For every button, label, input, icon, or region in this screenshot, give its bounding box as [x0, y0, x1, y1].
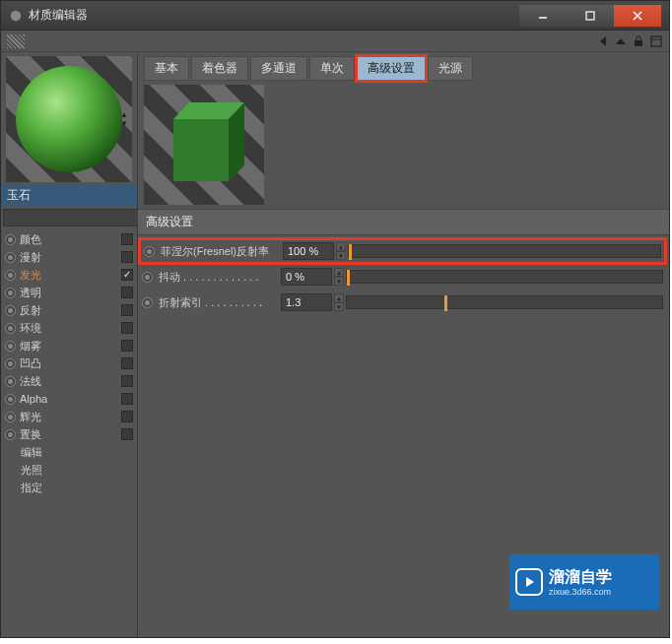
- channel-row[interactable]: 凹凸: [3, 354, 135, 372]
- prop-ior-spinner[interactable]: ▲▼: [334, 293, 344, 311]
- close-button[interactable]: [614, 5, 661, 27]
- material-preview-cube[interactable]: [144, 85, 264, 205]
- prop-jitter-value[interactable]: 0 %: [281, 268, 332, 286]
- channel-anim-dot[interactable]: [5, 234, 16, 245]
- svg-rect-7: [635, 40, 642, 46]
- subchannel-label: 光照: [21, 463, 135, 478]
- prop-anim-dot[interactable]: [142, 297, 153, 308]
- tab-单次[interactable]: 单次: [309, 56, 355, 81]
- prop-jitter-spinner[interactable]: ▲▼: [334, 268, 344, 286]
- svg-marker-16: [526, 577, 534, 587]
- preview-nav-arrows[interactable]: ▲▼: [120, 110, 130, 128]
- channel-anim-dot[interactable]: [5, 376, 16, 387]
- channel-checkbox[interactable]: [121, 393, 133, 405]
- svg-marker-6: [616, 38, 626, 44]
- left-panel: ▲▼ 玉石 ▶ 颜色漫射发光✓透明反射环境烟雾凹凸法线Alpha辉光置换 编辑光…: [1, 52, 138, 637]
- channel-anim-dot[interactable]: [5, 429, 16, 440]
- channel-checkbox[interactable]: [121, 357, 133, 369]
- prop-ior-slider[interactable]: [346, 295, 663, 309]
- channel-label: 漫射: [20, 250, 117, 265]
- channel-label: 颜色: [20, 232, 117, 247]
- tab-bar: 基本着色器多通道单次高级设置光源: [138, 52, 669, 81]
- tab-着色器[interactable]: 着色器: [191, 56, 248, 81]
- channel-label: 法线: [20, 374, 117, 389]
- channel-checkbox[interactable]: [121, 233, 133, 245]
- tab-基本[interactable]: 基本: [144, 56, 189, 81]
- channel-anim-dot[interactable]: [5, 305, 16, 316]
- subchannel-label: 编辑: [21, 445, 135, 460]
- svg-rect-8: [651, 36, 661, 46]
- watermark: 溜溜自学 zixue.3d66.com: [509, 554, 659, 610]
- channel-label: Alpha: [20, 393, 117, 405]
- subchannel-row[interactable]: 光照: [19, 461, 137, 479]
- prop-fresnel-value[interactable]: 100 %: [283, 242, 334, 260]
- channel-sublist: 编辑光照指定: [1, 443, 137, 496]
- prop-ior-value[interactable]: 1.3: [281, 293, 332, 311]
- prop-anim-dot[interactable]: [142, 272, 153, 283]
- channel-label: 置换: [20, 427, 117, 442]
- nav-left-icon[interactable]: [596, 34, 610, 48]
- watermark-brand: 溜溜自学: [549, 567, 612, 586]
- section-title: 高级设置: [138, 209, 669, 235]
- channel-checkbox[interactable]: ✓: [121, 269, 133, 281]
- channel-label: 凹凸: [20, 356, 117, 371]
- channel-row[interactable]: 烟雾: [3, 337, 135, 354]
- channel-checkbox[interactable]: [121, 322, 133, 334]
- channel-row[interactable]: 漫射: [3, 248, 135, 266]
- material-name-field[interactable]: 玉石: [1, 184, 137, 207]
- channel-anim-dot[interactable]: [5, 252, 16, 263]
- channel-checkbox[interactable]: [121, 304, 133, 316]
- maximize-button[interactable]: [567, 5, 614, 27]
- channel-anim-dot[interactable]: [5, 412, 16, 422]
- channel-anim-dot[interactable]: [5, 394, 16, 405]
- channel-checkbox[interactable]: [121, 251, 133, 263]
- channel-anim-dot[interactable]: [5, 288, 16, 298]
- channel-row[interactable]: 辉光: [3, 408, 135, 425]
- channel-anim-dot[interactable]: [5, 323, 16, 334]
- subchannel-row[interactable]: 编辑: [19, 443, 137, 461]
- prop-jitter-slider[interactable]: [346, 270, 663, 284]
- minimize-button[interactable]: [519, 5, 567, 27]
- channel-row[interactable]: 环境: [3, 319, 135, 337]
- channel-anim-dot[interactable]: [5, 358, 16, 369]
- channel-label: 反射: [20, 303, 117, 318]
- channel-row[interactable]: 法线: [3, 372, 135, 390]
- app-icon: [9, 9, 23, 23]
- nav-up-icon[interactable]: [614, 34, 628, 48]
- play-icon: [515, 568, 543, 596]
- right-panel: 基本着色器多通道单次高级设置光源 高级设置 菲涅尔(Fresnel)反射率 10…: [138, 52, 669, 637]
- material-preview-sphere[interactable]: ▲▼: [6, 56, 132, 182]
- subchannel-label: 指定: [21, 481, 135, 495]
- prop-jitter-label: 抖动 . . . . . . . . . . . . .: [159, 270, 279, 285]
- channel-list: 颜色漫射发光✓透明反射环境烟雾凹凸法线Alpha辉光置换: [1, 228, 137, 443]
- channel-anim-dot[interactable]: [5, 341, 16, 352]
- toolbar-grip[interactable]: [7, 34, 25, 48]
- channel-anim-dot[interactable]: [5, 270, 16, 281]
- lock-icon[interactable]: [632, 34, 645, 48]
- channel-row[interactable]: 透明: [3, 284, 135, 301]
- channel-row[interactable]: 置换: [3, 425, 135, 443]
- prop-fresnel-label: 菲涅尔(Fresnel)反射率: [161, 244, 281, 259]
- channel-row[interactable]: 反射: [3, 301, 135, 319]
- channel-row[interactable]: 颜色: [3, 230, 135, 248]
- channel-row[interactable]: Alpha: [3, 390, 135, 408]
- watermark-url: zixue.3d66.com: [549, 587, 612, 597]
- prop-anim-dot[interactable]: [144, 246, 155, 257]
- panel-icon[interactable]: [649, 34, 663, 48]
- tab-多通道[interactable]: 多通道: [250, 56, 307, 81]
- prop-jitter-row: 抖动 . . . . . . . . . . . . . 0 % ▲▼: [142, 267, 663, 287]
- tab-高级设置[interactable]: 高级设置: [357, 56, 426, 81]
- channel-label: 辉光: [20, 410, 117, 424]
- channel-checkbox[interactable]: [121, 375, 133, 387]
- channel-search-input[interactable]: [3, 209, 149, 226]
- channel-checkbox[interactable]: [121, 340, 133, 352]
- channel-row[interactable]: 发光✓: [3, 266, 135, 284]
- svg-marker-5: [600, 36, 606, 46]
- channel-checkbox[interactable]: [121, 287, 133, 298]
- prop-fresnel-spinner[interactable]: ▲▼: [336, 242, 346, 260]
- tab-光源[interactable]: 光源: [428, 56, 473, 81]
- channel-checkbox[interactable]: [121, 428, 133, 440]
- channel-checkbox[interactable]: [121, 411, 133, 422]
- subchannel-row[interactable]: 指定: [19, 479, 137, 496]
- prop-fresnel-slider[interactable]: [348, 244, 661, 258]
